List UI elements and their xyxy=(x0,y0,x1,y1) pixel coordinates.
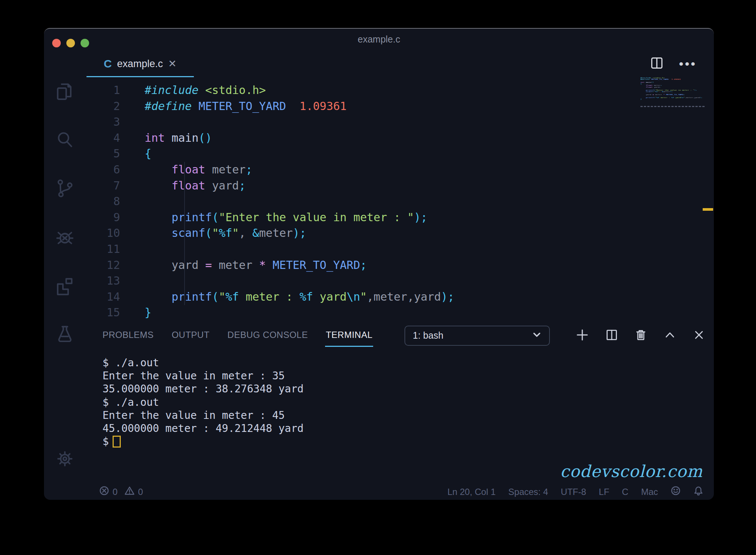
activity-bar xyxy=(44,50,86,500)
overview-ruler-marker xyxy=(703,208,713,211)
line-number: 14 xyxy=(86,289,120,305)
c-language-icon: C xyxy=(104,57,112,70)
code-line[interactable]: 6 float meter; xyxy=(86,162,714,178)
chevron-down-icon xyxy=(532,330,542,342)
window-title: example.c xyxy=(44,34,714,45)
code-line[interactable]: 1#include <stdio.h> xyxy=(86,82,714,98)
line-number: 7 xyxy=(86,178,120,194)
line-number: 6 xyxy=(86,162,120,178)
code-line[interactable]: 8 xyxy=(86,194,714,210)
code-line[interactable]: 4int main() xyxy=(86,130,714,146)
code-line[interactable]: 15} xyxy=(86,305,714,321)
tab-output[interactable]: OUTPUT xyxy=(171,330,210,342)
status-eol[interactable]: LF xyxy=(599,487,609,497)
status-spaces[interactable]: Spaces: 4 xyxy=(508,487,548,497)
settings-gear-icon[interactable] xyxy=(54,448,75,469)
line-number: 5 xyxy=(86,146,120,162)
panel-header: PROBLEMS OUTPUT DEBUG CONSOLE TERMINAL 1… xyxy=(86,322,714,349)
line-number: 12 xyxy=(86,257,120,273)
minimap-separator xyxy=(640,106,705,107)
terminal-line: 45.000000 meter : 49.212448 yard xyxy=(103,422,714,435)
code-line[interactable]: 5{ xyxy=(86,146,714,162)
warnings-icon[interactable] xyxy=(125,486,135,498)
titlebar: example.c xyxy=(44,29,714,50)
errors-icon[interactable] xyxy=(99,486,109,498)
line-number: 3 xyxy=(86,114,120,130)
line-number: 11 xyxy=(86,241,120,257)
prompt-symbol: $ xyxy=(103,435,109,448)
errors-count[interactable]: 0 xyxy=(113,487,117,497)
status-language[interactable]: C xyxy=(622,487,628,497)
minimap-content: #include <stdio.h>#define METER_TO_YARD … xyxy=(640,77,705,100)
kill-terminal-trash-icon[interactable] xyxy=(635,329,647,342)
feedback-smiley-icon[interactable] xyxy=(671,486,681,498)
line-number: 8 xyxy=(86,194,120,210)
line-number: 4 xyxy=(86,130,120,146)
tab-example-c[interactable]: C example.c ✕ xyxy=(86,50,195,77)
testing-flask-icon[interactable] xyxy=(54,323,75,344)
tab-problems[interactable]: PROBLEMS xyxy=(103,330,154,342)
split-editor-icon[interactable] xyxy=(651,57,663,71)
tab-debug-console[interactable]: DEBUG CONSOLE xyxy=(227,330,308,342)
code-line[interactable]: 9 printf("Enter the value in meter : "); xyxy=(86,210,714,226)
code-line[interactable]: 7 float yard; xyxy=(86,178,714,194)
code-line[interactable]: 2#define METER_TO_YARD 1.09361 xyxy=(86,98,714,115)
code-line[interactable]: 13 xyxy=(86,273,714,289)
tab-label: example.c xyxy=(117,58,163,70)
close-panel-icon[interactable] xyxy=(693,329,705,342)
explorer-icon[interactable] xyxy=(54,81,75,102)
extensions-icon[interactable] xyxy=(54,275,75,296)
terminal-shell-select[interactable]: 1: bash xyxy=(404,326,550,346)
editor-tab-bar: C example.c ✕ ••• xyxy=(86,50,714,77)
line-number: 13 xyxy=(86,273,120,289)
code-line[interactable]: 12 yard = meter * METER_TO_YARD; xyxy=(86,257,714,273)
code-editor[interactable]: 1#include <stdio.h>2#define METER_TO_YAR… xyxy=(86,77,714,322)
tab-terminal[interactable]: TERMINAL xyxy=(326,330,372,342)
code-line[interactable]: 3 xyxy=(86,114,714,130)
code-lines: 1#include <stdio.h>2#define METER_TO_YAR… xyxy=(86,82,714,321)
terminal-output: $ ./a.outEnter the value in meter : 3535… xyxy=(103,356,714,435)
terminal-line: $ ./a.out xyxy=(103,356,714,369)
tab-close-icon[interactable]: ✕ xyxy=(168,58,177,70)
status-ln-col[interactable]: Ln 20, Col 1 xyxy=(447,487,495,497)
terminal-cursor xyxy=(113,436,121,448)
line-number: 10 xyxy=(86,225,120,241)
debug-icon[interactable] xyxy=(54,226,75,247)
bottom-panel: PROBLEMS OUTPUT DEBUG CONSOLE TERMINAL 1… xyxy=(86,322,714,484)
status-encoding[interactable]: UTF-8 xyxy=(561,487,586,497)
status-bar: 0 0 Ln 20, Col 1 Spaces: 4 UTF-8 LF C Ma… xyxy=(86,484,714,500)
new-terminal-icon[interactable] xyxy=(576,329,589,343)
terminal-line: Enter the value in meter : 45 xyxy=(103,409,714,422)
search-icon[interactable] xyxy=(54,129,75,150)
minimap[interactable]: #include <stdio.h>#define METER_TO_YARD … xyxy=(640,77,705,167)
terminal-line: Enter the value in meter : 35 xyxy=(103,369,714,382)
line-number: 9 xyxy=(86,210,120,226)
split-terminal-icon[interactable] xyxy=(606,329,618,342)
terminal-line: $ ./a.out xyxy=(103,396,714,409)
terminal-line: 35.000000 meter : 38.276348 yard xyxy=(103,382,714,395)
watermark: codevscolor.com xyxy=(560,462,703,481)
vscode-window: example.c xyxy=(44,28,714,500)
status-os[interactable]: Mac xyxy=(641,487,658,497)
code-line[interactable]: 11 xyxy=(86,241,714,257)
code-line[interactable]: 10 scanf("%f", &meter); xyxy=(86,225,714,241)
notifications-bell-icon[interactable] xyxy=(693,486,703,498)
code-line[interactable]: 14 printf("%f meter : %f yard\n",meter,y… xyxy=(86,289,714,305)
line-number: 2 xyxy=(86,98,120,115)
line-number: 1 xyxy=(86,82,120,98)
source-control-icon[interactable] xyxy=(54,178,75,199)
maximize-panel-chevron-up-icon[interactable] xyxy=(664,329,676,342)
line-number: 15 xyxy=(86,305,120,321)
warnings-count[interactable]: 0 xyxy=(138,487,143,497)
more-actions-icon[interactable]: ••• xyxy=(679,57,697,71)
shell-select-value: 1: bash xyxy=(413,330,443,341)
indent-guide xyxy=(184,162,185,305)
terminal-prompt-line: $ xyxy=(103,435,714,448)
